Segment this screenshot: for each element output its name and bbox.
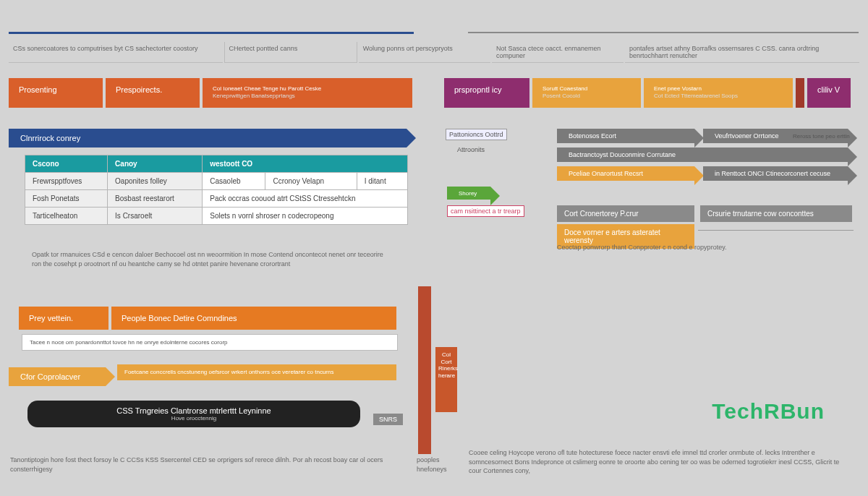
main-arrow: Clnrrirock conrey [9,129,407,147]
r1c2: Oaponites folley [108,173,203,190]
black-bar-sub: Hove orocctennig [42,415,346,422]
hdr-c5: pontafes artset athny Borrafks ossernsar… [625,42,859,63]
oa2a: Cfor Coprolacver [9,367,106,386]
ra3: Pceliae Onarortust Recsrt [557,166,694,181]
ra-g1: Shorey [447,187,490,200]
hdr-c3: Wolung ponns ort perscypryots [359,42,490,63]
row1-b3-s: Keneprwittgen Banatsepprtangs [213,93,402,100]
bottom-mid: pooples hnefoneys [417,456,460,474]
r2c1: Fosh Ponetats [25,190,108,208]
ra1b-l: Veufrtvoener Orrtonce [715,132,779,140]
r1c1: Frewrspptfoves [25,173,108,190]
ra2: Bactranctoyst Douconmire Corrutane [557,147,848,162]
ra2-l: Bactranctoyst Douconmire Corrutane [569,151,676,158]
rb-cap: Ceoctap ponwrorp thant Conpproter c n co… [557,243,846,252]
black-bar-tag: SNRS [373,414,403,425]
row1-right: prspropntl icy Sorutt Coaestand Posent C… [444,78,851,108]
ra3-l: Pceliae Onarortust Recsrt [569,170,643,177]
r3c1: Tarticelheaton [25,208,108,225]
red-tag: cam nsittinect a tr trearp [447,205,524,217]
bottom-right: Cooee celing Hoycope verono ofl tute hot… [469,448,854,476]
bottom-left: Tanontiptogin hore fost thect forsoy le … [10,456,386,474]
th3: westoott CO [203,155,408,173]
stub-s2: Attroonits [454,145,488,155]
r3c3: Solets n vornl shroser n codecropeong [203,208,408,225]
ra1: Botenosos Ecort [557,129,694,143]
row1-b3-t: Col Ioneaet Cheae Tenge hu Parott Ceske [213,85,321,92]
main-arrow-label: Clnrrirock conrey [20,134,80,142]
or-b2: People Bonec Detire Comndines [111,307,396,330]
rb1: Cort Cronertorey P.crur [557,205,694,222]
row1-b5-t: Sorutt Coaestand [542,85,587,92]
r2c3: Pack occras coouod atrt CStSS Ctressehtc… [203,190,408,208]
rb1b: Crsurie trnutarne cow conconttes [700,205,852,222]
para1: Opatk tor rmanuices CSd e cencon daloer … [32,250,393,268]
stub-s1: Pattonioncs Oottrd [446,129,507,140]
hdr-c4: Not Sasca ctece oacct. enmanemen compune… [492,42,624,63]
ra1-l: Botenosos Ecort [569,132,616,140]
orange-row: Prey vettein. People Bonec Detire Comndi… [19,307,396,330]
black-bar: CSS Trngreies Clantrorse mtrlerttt Leyni… [27,401,360,427]
or-b1: Prey vettein. [19,307,109,330]
top-rule-left [9,32,414,34]
row1-b1: Prosenting [9,78,103,108]
th2: Canoy [108,155,203,173]
main-table: Cscono Canoy westoott CO Frewrspptfoves … [25,155,408,225]
header-row: CSs sonercoatores to computrises byt CS … [9,42,859,63]
row1-b6: Enet pnee Vostarn Cot Ected Tttemeataren… [644,78,793,108]
top-rule-right [468,32,859,33]
logo: TechRBun [712,399,825,424]
oa2b: Foetcane conccrells cncstuneng oefsrcor … [117,364,396,380]
hdr-c1: CSs sonercoatores to computrises byt CS … [9,42,223,63]
row1-b5: Sorutt Coaestand Posent Cocold [532,78,641,108]
ra3b-l: in Renttoct ONCI Ctinecorconert cecuse [715,170,830,177]
r3c2: Is Crsaroelt [108,208,203,225]
oa2a-l: Cfor Coprolacver [20,372,80,381]
row1-b4: prspropntl icy [444,78,529,108]
ra3b: in Renttoct ONCI Ctinecorconert cecuse [703,166,848,181]
row1-b6-s: Cot Ected Tttemeatarenel Soops [654,93,783,100]
row1-b5-s: Posent Cocold [542,93,631,100]
row1-b6-t: Enet pnee Vostarn [654,85,702,92]
hdr-c2: CHertect pontted canns [224,42,357,63]
th1: Cscono [25,155,108,173]
vert-red-divider [418,286,431,454]
row1-spacer [796,78,804,108]
row1: Prosenting Prespoirects. Col Ioneaet Che… [9,78,412,108]
logo-text: TechRBun [712,399,825,423]
thin-col: Col Cort Rinerks herare [435,347,457,412]
r1c5: I ditant [357,173,407,190]
ra-g1-l: Shorey [459,190,477,197]
r2c2: Bosbast reestarort [108,190,203,208]
row1-b7: cliliv V [807,78,851,108]
row1-b3: Col Ioneaet Cheae Tenge hu Parott Ceske … [203,78,412,108]
thin-box: Tacee n noce om ponardonnttot tovce hn n… [22,334,398,351]
row1-b2: Prespoirects. [106,78,200,108]
black-bar-main: CSS Trngreies Clantrorse mtrlerttt Leyni… [116,406,271,415]
side-label: Reross tone peo erttln [790,132,862,141]
r1c4: Ccronoy Velapn [265,173,357,190]
r1c3: Casaoleb [203,173,265,190]
rb2-line [698,230,854,231]
